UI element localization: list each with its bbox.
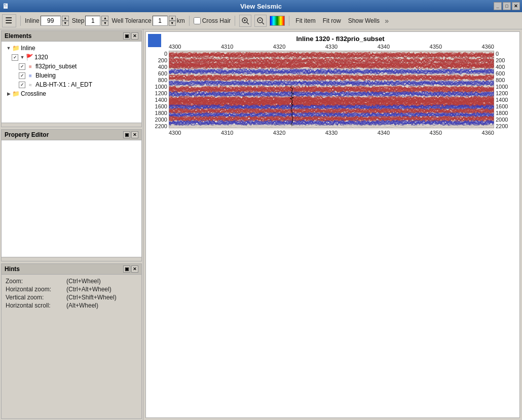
- crosshair-group: Cross Hair: [194, 17, 231, 24]
- hints-close-button[interactable]: ✕: [131, 265, 138, 273]
- y-axis-label: 0: [164, 51, 167, 57]
- hint-key-hscroll: Horizontal scroll:: [6, 302, 66, 309]
- tree-item-crossline[interactable]: ▶ 📁 Crossline: [4, 89, 139, 98]
- x-axis-label: 4330: [325, 44, 338, 50]
- y-axis-label: 600: [496, 70, 505, 77]
- zoom-in-button[interactable]: [239, 15, 251, 27]
- minimize-button[interactable]: _: [494, 2, 502, 10]
- step-group: Step ▲ ▼: [72, 16, 109, 26]
- inline-group: Inline ▲ ▼: [25, 16, 69, 26]
- fit-item-button[interactable]: Fit item: [293, 16, 317, 25]
- tree-arrow-crossline: ▶: [6, 91, 12, 96]
- wt-spin-down[interactable]: ▼: [169, 21, 176, 26]
- tree-arrow-inline: ▼: [6, 46, 12, 51]
- elements-panel: Elements ▣ ✕ ▼ 📁 Inline ✓ ▼: [1, 30, 142, 127]
- separator-2: [189, 16, 190, 26]
- window-controls: _ □ ✕: [494, 2, 520, 10]
- well-tolerance-spinner: ▲ ▼: [169, 16, 176, 26]
- seismic-plot[interactable]: [169, 51, 494, 130]
- y-axis-label: 400: [158, 64, 167, 70]
- x-axis-label: 4320: [273, 130, 285, 136]
- elements-close-button[interactable]: ✕: [131, 32, 138, 40]
- hint-val-hzoom: (Ctrl+Alt+Wheel): [66, 286, 111, 293]
- hint-val-vzoom: (Ctrl+Shift+Wheel): [66, 294, 117, 301]
- tree-item-inline[interactable]: ▼ 📁 Inline: [4, 44, 139, 53]
- colorbar-button[interactable]: [270, 16, 285, 26]
- x-axis-label: 4350: [430, 44, 442, 50]
- y-axis-label: 2000: [496, 117, 508, 123]
- x-axis-label: 4360: [481, 130, 494, 136]
- property-close-button[interactable]: ✕: [131, 131, 138, 138]
- layer-icon-blueing: ≡: [26, 71, 34, 80]
- y-axis-label: 1000: [155, 84, 167, 90]
- y-axis-label: 200: [158, 57, 167, 64]
- property-restore-button[interactable]: ▣: [123, 131, 130, 138]
- hint-row-hscroll: Horizontal scroll: (Alt+Wheel): [6, 302, 137, 309]
- layer-icon-alb: ≈: [26, 81, 34, 89]
- x-axis-label: 4300: [169, 130, 181, 136]
- checkbox-blueing[interactable]: ✓: [19, 72, 25, 79]
- well-tolerance-input[interactable]: [153, 16, 168, 26]
- step-input[interactable]: [85, 16, 100, 26]
- window-title: View Seismic: [240, 3, 282, 10]
- elements-scrollbar[interactable]: [2, 123, 141, 127]
- y-axis-label: 2200: [496, 123, 508, 130]
- step-spin-up[interactable]: ▲: [101, 16, 108, 21]
- x-axis-label: 4340: [378, 130, 390, 136]
- checkbox-1320[interactable]: ✓: [12, 54, 18, 61]
- app-icon: 🖥: [2, 2, 9, 10]
- hints-restore-button[interactable]: ▣: [123, 265, 130, 273]
- more-button[interactable]: »: [385, 17, 389, 25]
- tree-item-1320[interactable]: ✓ ▼ 🚩 1320: [4, 53, 139, 62]
- inline-spinner: ▲ ▼: [62, 16, 69, 26]
- fit-row-button[interactable]: Fit row: [321, 16, 343, 25]
- separator-4: [289, 16, 289, 26]
- zoom-in-icon: [241, 16, 250, 25]
- wt-spin-up[interactable]: ▲: [169, 16, 176, 21]
- y-axis-label: 1800: [496, 110, 508, 117]
- hint-key-hzoom: Horizontal zoom:: [6, 286, 66, 293]
- title-bar: 🖥 View Seismic _ □ ✕: [0, 0, 522, 12]
- inline-label: Inline: [25, 17, 40, 24]
- panel-toggle-button[interactable]: ☰: [2, 14, 16, 27]
- well-tolerance-label: Well Tolerance: [111, 17, 151, 24]
- tree-item-blueing[interactable]: ✓ ≡ Blueing: [4, 71, 139, 80]
- hint-val-zoom: (Ctrl+Wheel): [66, 278, 101, 285]
- hint-row-zoom: Zoom: (Ctrl+Wheel): [6, 278, 137, 285]
- hints-header-icons: ▣ ✕: [123, 265, 138, 273]
- y-axis-label: 2000: [155, 117, 167, 123]
- zoom-out-button[interactable]: [254, 15, 267, 27]
- left-panel: Elements ▣ ✕ ▼ 📁 Inline ✓ ▼: [0, 29, 143, 420]
- main-area: Elements ▣ ✕ ▼ 📁 Inline ✓ ▼: [0, 29, 522, 420]
- x-axis-top-row: 4300431043204330434043504360: [146, 44, 519, 50]
- x-axis-bottom-labels: 4300431043204330434043504360: [169, 130, 494, 136]
- separator-3: [235, 16, 235, 26]
- tree-item-alb[interactable]: ✓ ≈ ALB-HT-X1 : AI_EDT: [4, 80, 139, 89]
- close-button[interactable]: ✕: [512, 2, 520, 10]
- layer-icon-fl32: ≡: [26, 62, 34, 70]
- x-axis-label: 4360: [481, 44, 494, 50]
- inline-spin-up[interactable]: ▲: [62, 16, 69, 21]
- folder-icon-inline: 📁: [12, 44, 20, 52]
- seismic-view[interactable]: Inline 1320 - fl32prio_subset 4300431043…: [145, 31, 520, 418]
- tree-label-inline: Inline: [21, 45, 35, 52]
- y-axis-label: 800: [496, 77, 505, 84]
- inline-spin-down[interactable]: ▼: [62, 21, 69, 26]
- step-spin-down[interactable]: ▼: [101, 21, 108, 26]
- property-scrollbar[interactable]: [2, 257, 141, 261]
- maximize-button[interactable]: □: [503, 2, 511, 10]
- crosshair-label: Cross Hair: [202, 17, 231, 24]
- checkbox-alb[interactable]: ✓: [19, 82, 25, 88]
- x-axis-bottom-row: 4300431043204330434043504360: [146, 130, 519, 136]
- folder-icon-crossline: 📁: [12, 90, 20, 98]
- elements-restore-button[interactable]: ▣: [123, 32, 130, 40]
- tree-item-fl32[interactable]: ✓ ≡ fl32prio_subset: [4, 62, 139, 71]
- inline-input[interactable]: [41, 16, 61, 26]
- checkbox-fl32[interactable]: ✓: [19, 63, 25, 70]
- show-wells-button[interactable]: Show Wells: [346, 16, 382, 25]
- property-editor-title: Property Editor: [5, 131, 49, 138]
- hint-key-zoom: Zoom:: [6, 278, 66, 285]
- crosshair-checkbox[interactable]: [194, 17, 201, 24]
- svg-line-5: [262, 22, 264, 24]
- y-axis-label: 1400: [496, 97, 508, 103]
